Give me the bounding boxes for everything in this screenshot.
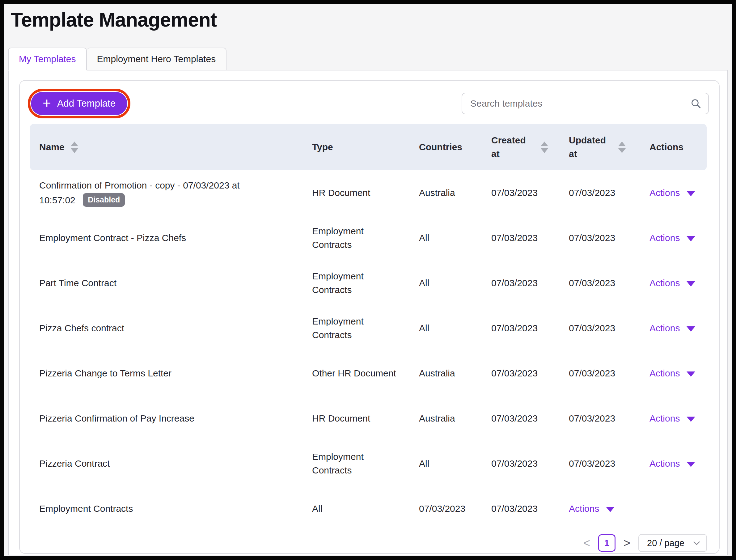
sort-icon <box>541 142 548 153</box>
template-name: Part Time Contract <box>39 278 117 288</box>
caret-down-icon <box>687 236 695 241</box>
cell-updated-at: 07/03/2023 <box>559 306 640 351</box>
actions-dropdown[interactable]: Actions <box>649 276 695 290</box>
cell-countries: Australia <box>410 351 482 396</box>
table-header-row: Name Type Countries Created at <box>30 124 707 170</box>
cell-updated-at: 07/03/2023 <box>559 261 640 306</box>
toolbar: + Add Template <box>30 89 709 118</box>
tab-employment-hero-templates[interactable]: Employment Hero Templates <box>87 48 227 70</box>
tab-my-templates[interactable]: My Templates <box>8 48 87 70</box>
cell-created-at: 07/03/2023 <box>482 486 559 531</box>
cell-type: HR Document <box>303 396 410 441</box>
template-name: Confirmation of Promotion - copy - 07/03… <box>39 180 240 205</box>
page-size-select[interactable]: 20 / page <box>638 534 707 552</box>
cell-created-at: 07/03/2023 <box>482 170 559 215</box>
next-page-button[interactable]: > <box>623 537 630 550</box>
cell-name: Employment Contract - Pizza Chefs <box>30 215 303 261</box>
table-row: Pizza Chefs contract Employment Contract… <box>30 306 707 351</box>
cell-actions: Actions <box>640 215 707 261</box>
column-header-name[interactable]: Name <box>30 124 303 170</box>
actions-dropdown[interactable]: Actions <box>649 231 695 245</box>
plus-icon: + <box>43 96 51 110</box>
template-name: Pizzeria Contract <box>39 458 110 469</box>
highlight-ring: + Add Template <box>28 89 130 118</box>
cell-actions: Actions <box>640 170 707 215</box>
template-name: Employment Contracts <box>39 503 133 514</box>
cell-actions: Actions <box>640 441 707 486</box>
caret-down-icon <box>687 326 695 332</box>
table-row: Pizzeria Change to Terms Letter Other HR… <box>30 351 707 396</box>
search-input[interactable] <box>461 93 709 114</box>
actions-dropdown[interactable]: Actions <box>649 367 695 380</box>
actions-dropdown[interactable]: Actions <box>649 186 695 200</box>
cell-updated-at: 07/03/2023 <box>559 170 640 215</box>
cell-actions <box>640 486 707 531</box>
caret-down-icon <box>687 417 695 422</box>
column-header-countries: Countries <box>410 124 482 170</box>
table-row-shifted: Employment Contracts All 07/03/2023 07/0… <box>30 486 707 531</box>
table-row: Confirmation of Promotion - copy - 07/03… <box>30 170 707 215</box>
cell-created-at: 07/03/2023 <box>482 441 559 486</box>
caret-down-icon <box>606 507 615 512</box>
cell-type: Employment Contracts <box>303 441 410 486</box>
caret-down-icon <box>687 462 695 467</box>
cell-created-at: 07/03/2023 <box>482 215 559 261</box>
cell-actions: Actions <box>640 306 707 351</box>
cell-name: Employment Contracts <box>30 486 303 531</box>
caret-down-icon <box>687 371 695 377</box>
cell-name: Pizza Chefs contract <box>30 306 303 351</box>
column-header-created-at[interactable]: Created at <box>482 124 559 170</box>
cell-name: Pizzeria Contract <box>30 441 303 486</box>
cell-type: Employment Contracts <box>303 215 410 261</box>
sort-icon <box>71 142 78 153</box>
page-size-value: 20 / page <box>647 538 684 548</box>
cell-countries: Australia <box>410 170 482 215</box>
cell-created-at: 07/03/2023 <box>482 351 559 396</box>
cell-countries: 07/03/2023 <box>410 486 482 531</box>
template-name: Employment Contract - Pizza Chefs <box>39 233 186 243</box>
previous-page-button[interactable]: < <box>583 537 590 550</box>
cell-actions: Actions <box>640 261 707 306</box>
cell-countries: All <box>410 441 482 486</box>
tab-label: My Templates <box>19 54 76 64</box>
table-row: Pizzeria Confirmation of Pay Increase HR… <box>30 396 707 441</box>
cell-name: Pizzeria Confirmation of Pay Increase <box>30 396 303 441</box>
caret-down-icon <box>687 191 695 196</box>
tab-label: Employment Hero Templates <box>97 54 216 64</box>
cell-actions: Actions <box>640 351 707 396</box>
cell-actions: Actions <box>640 396 707 441</box>
cell-type: All <box>303 486 410 531</box>
cell-type: Employment Contracts <box>303 306 410 351</box>
templates-card: + Add Template <box>19 80 720 554</box>
cell-updated-at: 07/03/2023 <box>559 441 640 486</box>
tab-bar: My Templates Employment Hero Templates <box>8 48 728 70</box>
cell-countries: Australia <box>410 396 482 441</box>
pagination: < 1 > 20 / page <box>30 534 709 552</box>
search-box <box>461 93 709 114</box>
cell-name: Part Time Contract <box>30 261 303 306</box>
cell-type: Employment Contracts <box>303 261 410 306</box>
add-template-label: Add Template <box>57 98 116 109</box>
sort-icon <box>618 142 626 153</box>
table-row: Pizzeria Contract Employment Contracts A… <box>30 441 707 486</box>
page-title: Template Management <box>11 7 728 32</box>
cell-updated-at: 07/03/2023 <box>559 396 640 441</box>
cell-updated-at: 07/03/2023 <box>559 215 640 261</box>
caret-down-icon <box>687 281 695 286</box>
actions-dropdown[interactable]: Actions <box>649 412 695 425</box>
actions-dropdown[interactable]: Actions <box>649 321 695 335</box>
column-header-actions: Actions <box>640 124 707 170</box>
cell-countries: All <box>410 215 482 261</box>
column-header-type: Type <box>303 124 410 170</box>
chevron-down-icon <box>693 538 700 545</box>
actions-dropdown[interactable]: Actions <box>649 457 695 470</box>
status-badge: Disabled <box>83 193 125 207</box>
table-row: Part Time Contract Employment Contracts … <box>30 261 707 306</box>
cell-countries: All <box>410 306 482 351</box>
add-template-button[interactable]: + Add Template <box>31 92 127 115</box>
cell-created-at: 07/03/2023 <box>482 396 559 441</box>
page-number-button[interactable]: 1 <box>598 534 615 552</box>
search-icon <box>690 98 701 109</box>
actions-dropdown[interactable]: Actions <box>569 502 615 515</box>
column-header-updated-at[interactable]: Updated at <box>559 124 640 170</box>
